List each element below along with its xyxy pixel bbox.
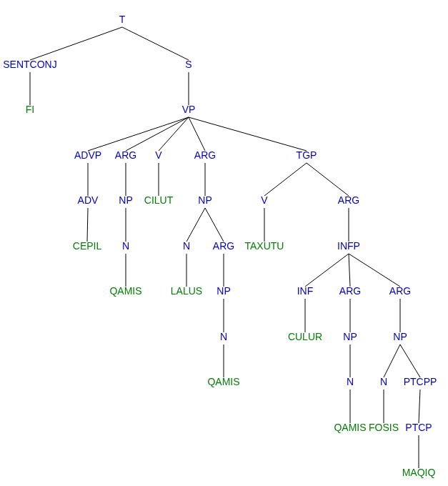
tree-edge: [186, 208, 205, 242]
tree-edge: [305, 254, 349, 287]
nonterminal-v: V: [155, 149, 162, 161]
nonterminal-np: NP: [198, 194, 211, 206]
nonterminal-ptcp: PTCP: [405, 422, 432, 433]
nonterminal-n: N: [380, 376, 387, 387]
tree-edge: [264, 163, 307, 196]
nonterminal-n: N: [347, 376, 354, 387]
terminal-fosis: FOSIS: [369, 422, 399, 433]
tree-edge: [122, 27, 189, 60]
terminal-maqiq: MAQIQ: [402, 467, 436, 478]
tree-edge: [30, 27, 122, 60]
nonterminal-np: NP: [393, 331, 407, 342]
tree-edge: [307, 163, 349, 196]
terminal-qamis: QAMIS: [109, 285, 141, 297]
terminal-cepil: CEPIL: [73, 240, 102, 252]
tree-edge: [205, 208, 224, 242]
nonterminal-inf: INF: [297, 285, 314, 297]
terminal-qamis: QAMIS: [334, 422, 366, 433]
nonterminal-n: N: [220, 331, 227, 342]
nonterminal-n: N: [122, 240, 129, 252]
tree-edge: [349, 254, 350, 287]
nonterminal-infp: INFP: [337, 240, 360, 252]
tree-edge: [349, 254, 400, 287]
nonterminal-arg: ARG: [339, 285, 361, 297]
tree-edge: [400, 344, 420, 377]
nonterminal-arg: ARG: [389, 285, 411, 297]
nonterminal-np: NP: [216, 285, 230, 297]
nonterminal-sentconj: SENTCONJ: [3, 59, 56, 70]
syntax-tree-diagram: TSENTCONJSFIVPADVPARGVARGTGPADVNPCILUTNP…: [0, 0, 448, 486]
nonterminal-arg: ARG: [338, 194, 359, 206]
nonterminal-t: T: [119, 14, 126, 25]
tree-edge: [419, 390, 420, 423]
tree-nodes: TSENTCONJSFIVPADVPARGVARGTGPADVNPCILUTNP…: [3, 14, 437, 478]
nonterminal-advp: ADVP: [74, 149, 101, 161]
tree-edge: [384, 344, 400, 377]
tree-edge: [189, 117, 307, 151]
terminal-taxutu: TAXUTU: [245, 240, 284, 252]
terminal-culur: CULUR: [288, 331, 322, 342]
nonterminal-arg: ARG: [194, 149, 216, 161]
nonterminal-n: N: [183, 240, 190, 252]
terminal-cilut: CILUT: [144, 194, 174, 206]
nonterminal-s: S: [185, 59, 191, 70]
tree-edge: [126, 117, 189, 151]
terminal-qamis: QAMIS: [207, 376, 239, 387]
nonterminal-np: NP: [119, 194, 132, 206]
tree-edge: [87, 208, 88, 242]
terminal-fi: FI: [26, 104, 34, 115]
nonterminal-ptcpp: PTCPP: [404, 376, 437, 387]
nonterminal-arg: ARG: [115, 149, 136, 161]
nonterminal-tgp: TGP: [297, 149, 317, 161]
nonterminal-v: V: [261, 194, 268, 206]
nonterminal-arg: ARG: [213, 240, 234, 252]
tree-edge: [189, 117, 205, 151]
nonterminal-adv: ADV: [78, 194, 99, 206]
nonterminal-vp: VP: [182, 104, 196, 115]
nonterminal-np: NP: [343, 331, 357, 342]
terminal-lalus: LALUS: [171, 285, 202, 297]
